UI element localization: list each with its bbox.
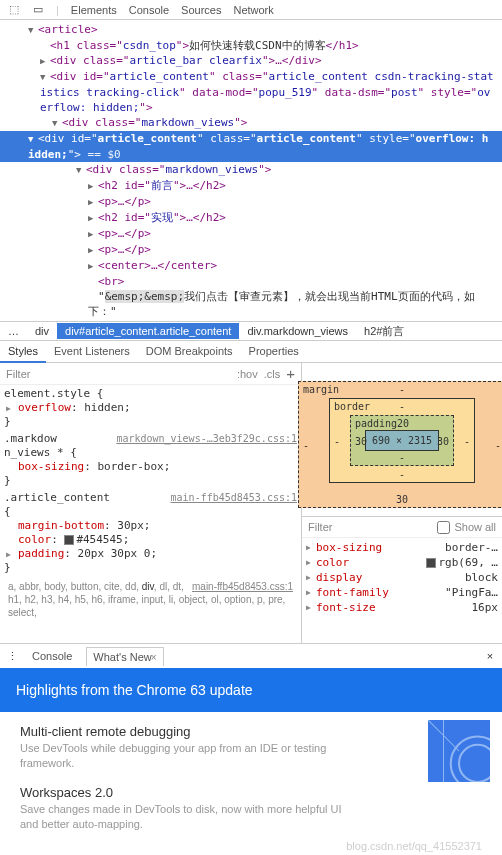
crumb-active[interactable]: div#article_content.article_content: [57, 323, 239, 339]
whatsnew-item[interactable]: Workspaces 2.0 Save changes made in DevT…: [20, 785, 360, 832]
tab-event-listeners[interactable]: Event Listeners: [46, 341, 138, 362]
styles-pane: Filter :hov .cls + element.style { ▶over…: [0, 363, 302, 643]
close-icon[interactable]: ×: [151, 652, 157, 663]
inspect-icon[interactable]: ⬚: [8, 3, 20, 16]
caret-icon[interactable]: ▼: [40, 70, 50, 85]
computed-row[interactable]: ▶displayblock: [306, 570, 498, 585]
breadcrumb: … div div#article_content.article_conten…: [0, 321, 502, 341]
caret-icon[interactable]: ▼: [76, 163, 86, 178]
watermark: blog.csdn.net/qq_41552371: [346, 840, 482, 852]
color-swatch[interactable]: [64, 535, 74, 545]
kebab-icon[interactable]: ⋮: [6, 650, 18, 663]
crumb-div[interactable]: div: [27, 323, 57, 339]
computed-row[interactable]: ▶font-size16px: [306, 600, 498, 615]
devtools-logo-icon: [428, 720, 490, 782]
filter-input[interactable]: Filter: [6, 368, 30, 380]
tab-elements[interactable]: Elements: [71, 4, 117, 16]
hov-toggle[interactable]: :hov: [237, 368, 258, 380]
drawer-tab-whatsnew[interactable]: What's New ×: [86, 647, 163, 666]
add-rule-button[interactable]: +: [286, 365, 295, 382]
styles-tabs: Styles Event Listeners DOM Breakpoints P…: [0, 341, 502, 363]
tab-console[interactable]: Console: [129, 4, 169, 16]
drawer-tab-console[interactable]: Console: [26, 647, 78, 665]
tab-dom-breakpoints[interactable]: DOM Breakpoints: [138, 341, 241, 362]
css-rule[interactable]: element.style { ▶overflow: hidden; }: [4, 387, 297, 429]
caret-icon[interactable]: ▶: [40, 54, 50, 69]
close-drawer-icon[interactable]: ×: [484, 650, 496, 662]
css-rule[interactable]: .markdow markdown_views-…3eb3f29c.css:1 …: [4, 432, 297, 488]
drawer: ⋮ Console What's New × × Highlights from…: [0, 643, 502, 855]
box-model[interactable]: margin - - 30 - border - - - - padding20…: [302, 363, 502, 516]
tab-sources[interactable]: Sources: [181, 4, 221, 16]
source-link[interactable]: markdown_views-…3eb3f29c.css:1: [116, 432, 297, 446]
computed-row[interactable]: ▶colorrgb(69, …: [306, 555, 498, 570]
whatsnew-banner: Highlights from the Chrome 63 update: [0, 668, 502, 712]
tab-properties[interactable]: Properties: [241, 341, 307, 362]
cls-toggle[interactable]: .cls: [264, 368, 281, 380]
computed-row[interactable]: ▶font-family"PingFa…: [306, 585, 498, 600]
device-icon[interactable]: ▭: [32, 3, 44, 16]
crumb-next1[interactable]: div.markdown_views: [239, 323, 356, 339]
show-all-checkbox[interactable]: [437, 521, 450, 534]
dom-tree[interactable]: ▼<article> <h1 class="csdn_top">如何快速转载CS…: [0, 20, 502, 321]
source-link[interactable]: main-ffb45d8453.css:1: [171, 491, 297, 505]
matched-selectors: main-ffb45d8453.css:1 a, abbr, body, but…: [4, 578, 297, 621]
caret-icon[interactable]: ▼: [52, 116, 62, 131]
caret-icon[interactable]: ▼: [28, 23, 38, 38]
selected-node[interactable]: ⋯ ▼<div id="article_content" class="arti…: [0, 131, 502, 162]
main-tabs: ⬚ ▭ | Elements Console Sources Network: [0, 0, 502, 20]
crumb-ellipsis[interactable]: …: [0, 323, 27, 339]
tab-styles[interactable]: Styles: [0, 341, 46, 363]
computed-filter-input[interactable]: Filter: [308, 521, 332, 533]
computed-row[interactable]: ▶box-sizingborder-…: [306, 540, 498, 555]
crumb-next2[interactable]: h2#前言: [356, 322, 412, 341]
computed-properties: ▶box-sizingborder-… ▶colorrgb(69, … ▶dis…: [302, 538, 502, 617]
css-rule[interactable]: .article_contentmain-ffb45d8453.css:1 { …: [4, 491, 297, 575]
whatsnew-item[interactable]: Multi-client remote debugging Use DevToo…: [20, 724, 360, 771]
tab-network[interactable]: Network: [233, 4, 273, 16]
